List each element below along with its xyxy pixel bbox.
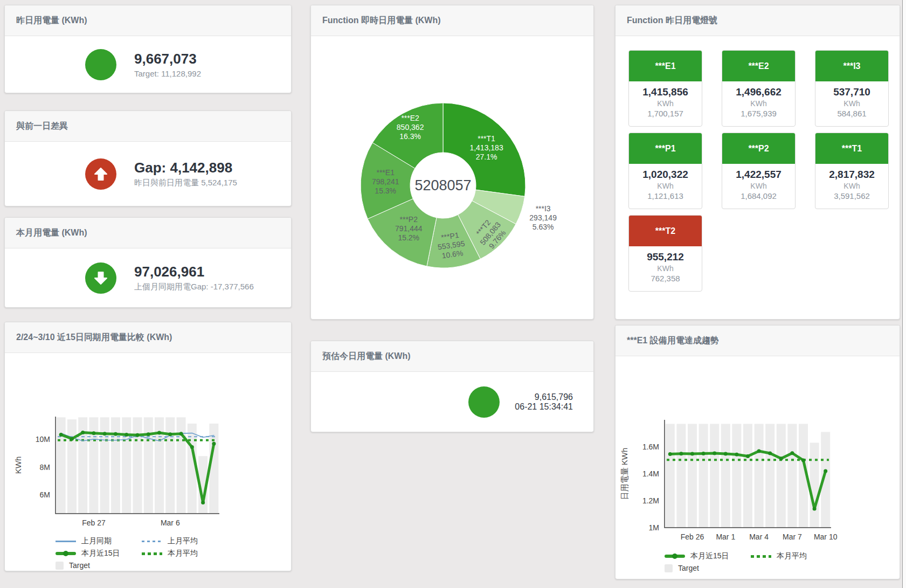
card-e1-trend: ***E1 設備用電達成趨勢 1M1.2M1.4M1.6MFeb 26Mar 1… <box>615 325 900 579</box>
status-tile-label: ***E2 <box>722 51 795 81</box>
card-day-gap: 與前一日差異 Gap: 4,142,898 昨日與前日用電量 5,524,175 <box>4 110 292 206</box>
legend-item: Target <box>665 564 751 572</box>
card-function-lights: Function 昨日用電燈號 ***E11,415,856KWh1,700,1… <box>615 5 900 320</box>
status-tile-unit: KWh <box>629 264 702 273</box>
status-tile: ***P11,020,322KWh1,121,613 <box>628 133 702 209</box>
legend-label: 上月平均 <box>168 536 198 546</box>
card-month-usage: 本月用電量 (KWh) 97,026,961 上個月同期用電Gap: -17,3… <box>4 217 292 308</box>
stat-text: 9,615,796 06-21 15:34:41 <box>515 392 573 412</box>
legend-label: 本月平均 <box>168 549 198 558</box>
legend-row: 本月近15日本月平均 <box>56 549 291 558</box>
compare-chart-legend: 上月同期上月平均本月近15日本月平均Target <box>56 536 291 570</box>
yesterday-value: 9,667,073 <box>134 51 201 67</box>
arrow-down-icon <box>85 262 116 294</box>
estimate-timestamp: 06-21 15:34:41 <box>515 402 573 412</box>
svg-text:1.2M: 1.2M <box>642 496 659 505</box>
svg-text:1.4M: 1.4M <box>642 469 659 478</box>
function-usage-donut-chart: ***T11,413,18327.1%***I3293,1495.63%***T… <box>311 36 594 308</box>
status-tile-label: ***P1 <box>629 133 702 164</box>
status-tile-unit: KWh <box>629 99 702 108</box>
legend-row: Target <box>665 564 900 572</box>
status-tile-value: 1,020,322 <box>629 169 702 181</box>
green-line-swatch-icon <box>665 555 685 558</box>
card-estimate-today: 預估今日用電量 (KWh) 9,615,796 06-21 15:34:41 <box>310 341 594 432</box>
status-tile-label: ***P2 <box>722 133 795 164</box>
estimate-stat: 9,615,796 06-21 15:34:41 <box>311 372 593 432</box>
gray-square-swatch-icon <box>56 562 64 570</box>
svg-text:1M: 1M <box>649 523 659 532</box>
svg-text:KWh: KWh <box>13 456 23 474</box>
stat-text: 9,667,073 Target: 11,128,992 <box>134 51 201 79</box>
status-tile-secondary: 1,675,939 <box>722 109 795 118</box>
gray-square-swatch-icon <box>665 564 673 572</box>
green-dot-swatch-icon <box>142 552 162 555</box>
green-line-swatch-icon <box>56 552 76 555</box>
svg-text:Mar 10: Mar 10 <box>814 532 838 541</box>
legend-label: 本月平均 <box>777 551 807 561</box>
legend-item: 本月近15日 <box>665 551 751 561</box>
legend-row: Target <box>56 561 291 570</box>
svg-text:Mar 7: Mar 7 <box>783 532 802 541</box>
legend-row: 本月近15日本月平均 <box>665 551 900 561</box>
status-tile-secondary: 1,121,613 <box>629 191 702 200</box>
status-tile-label: ***E1 <box>629 51 702 81</box>
card-title: ***E1 設備用電達成趨勢 <box>615 326 900 356</box>
legend-label: Target <box>678 564 699 572</box>
green-status-circle-icon <box>468 386 500 418</box>
status-tile-value: 537,710 <box>815 86 888 98</box>
card-title: 預估今日用電量 (KWh) <box>311 341 593 372</box>
yesterday-stat: 9,667,073 Target: 11,128,992 <box>5 36 291 93</box>
legend-item: 本月平均 <box>142 549 228 558</box>
status-tile-label: ***T1 <box>815 133 888 164</box>
green-dot-swatch-icon <box>751 555 771 558</box>
card-title: 2/24~3/10 近15日同期用電量比較 (KWh) <box>5 322 291 353</box>
status-tile-unit: KWh <box>815 99 888 108</box>
card-realtime-donut: Function 即時日用電量 (KWh) ***T11,413,18327.1… <box>310 5 594 320</box>
svg-text:8M: 8M <box>40 463 50 472</box>
legend-label: Target <box>69 561 90 570</box>
svg-text:日用電量 KWh: 日用電量 KWh <box>620 448 629 500</box>
status-tile-secondary: 1,700,157 <box>629 109 702 118</box>
status-tile-value: 955,212 <box>629 251 702 263</box>
donut-chart-body: ***T11,413,18327.1%***I3293,1495.63%***T… <box>311 36 593 308</box>
status-tile-value: 1,415,856 <box>629 86 702 98</box>
stat-text: Gap: 4,142,898 昨日與前日用電量 5,524,175 <box>134 160 237 189</box>
status-tile-secondary: 3,591,562 <box>815 191 888 200</box>
svg-text:1.6M: 1.6M <box>642 442 659 451</box>
legend-item: 上月平均 <box>142 536 228 546</box>
status-tile-value: 1,496,662 <box>722 86 795 98</box>
donut-center-total: 5208057 <box>414 177 471 193</box>
e1-chart-legend: 本月近15日本月平均Target <box>665 551 900 572</box>
day-gap-stat: Gap: 4,142,898 昨日與前日用電量 5,524,175 <box>5 142 291 206</box>
day-gap-subtitle: 昨日與前日用電量 5,524,175 <box>134 178 237 188</box>
svg-text:Mar 1: Mar 1 <box>716 532 735 541</box>
svg-text:Feb 27: Feb 27 <box>82 518 106 527</box>
status-tile-secondary: 762,358 <box>629 274 702 283</box>
compare-line-chart: 6M8M10MFeb 27Mar 6KWh <box>5 356 292 531</box>
card-title: Function 即時日用電量 (KWh) <box>311 5 593 36</box>
scrollbar-track[interactable] <box>902 0 906 588</box>
status-tile: ***P21,422,557KWh1,684,092 <box>722 133 796 209</box>
legend-row: 上月同期上月平均 <box>56 536 291 546</box>
card-yesterday-usage: 昨日用電量 (KWh) 9,667,073 Target: 11,128,992 <box>4 5 292 93</box>
green-status-circle-icon <box>85 49 116 80</box>
blue-line-swatch-icon <box>56 541 76 542</box>
legend-item: 上月同期 <box>56 536 142 546</box>
status-tile: ***E21,496,662KWh1,675,939 <box>722 50 796 127</box>
right-column: Function 昨日用電燈號 ***E11,415,856KWh1,700,1… <box>615 0 900 579</box>
status-tile-unit: KWh <box>722 182 795 190</box>
card-title: 本月用電量 (KWh) <box>5 218 291 248</box>
svg-text:Mar 4: Mar 4 <box>749 532 769 541</box>
svg-text:***I3293,1495.63%: ***I3293,1495.63% <box>529 204 557 231</box>
svg-text:10M: 10M <box>36 435 50 444</box>
status-tile-secondary: 1,684,092 <box>722 191 795 200</box>
e1-trend-line-chart: 1M1.2M1.4M1.6MFeb 26Mar 1Mar 4Mar 7Mar 1… <box>615 359 900 545</box>
status-tile-label: ***T2 <box>629 216 702 246</box>
status-tile: ***E11,415,856KWh1,700,157 <box>628 50 702 127</box>
legend-item: 本月平均 <box>751 551 837 561</box>
left-column: 昨日用電量 (KWh) 9,667,073 Target: 11,128,992… <box>4 0 292 571</box>
compare-chart-body: 6M8M10MFeb 27Mar 6KWh 上月同期上月平均本月近15日本月平均… <box>5 353 291 570</box>
legend-label: 本月近15日 <box>690 551 729 561</box>
legend-label: 本月近15日 <box>81 549 120 558</box>
status-tile-unit: KWh <box>629 182 702 190</box>
